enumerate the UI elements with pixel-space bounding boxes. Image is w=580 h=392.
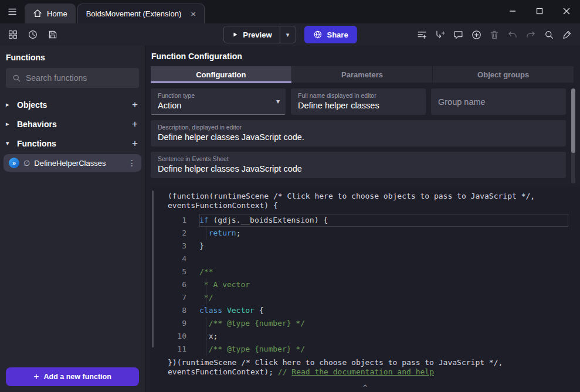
add-event-icon: [416, 29, 428, 40]
code-footer-line[interactable]: })(runtimeScene /* Click here to choose …: [168, 357, 572, 378]
redo-button[interactable]: [523, 26, 539, 43]
toolbar-right-group: [413, 26, 575, 43]
code-line[interactable]: 5/**: [150, 265, 572, 278]
add-event-button[interactable]: [413, 26, 430, 43]
group-name-field[interactable]: [431, 88, 566, 115]
function-item-label: DefineHelperClasses: [34, 159, 124, 168]
add-comment-button[interactable]: [450, 26, 466, 43]
form-scrollbar-track[interactable]: [571, 88, 575, 183]
add-function-plus-button[interactable]: +: [132, 138, 138, 148]
hamburger-menu-button[interactable]: [0, 0, 25, 23]
add-new-function-label: Add a new function: [44, 373, 111, 381]
tab-configuration[interactable]: Configuration: [151, 66, 291, 83]
tab-parameters[interactable]: Parameters: [292, 66, 433, 83]
panel-title: Function Configuration: [145, 46, 580, 66]
line-number: 7: [150, 291, 186, 304]
toolbar-left-group: [5, 26, 61, 43]
line-number: 4: [150, 253, 186, 265]
preview-button-label: Preview: [243, 30, 272, 39]
sidebar-item-behaviors[interactable]: ▸ Behaviors +: [0, 114, 145, 134]
window-close-button[interactable]: [553, 0, 580, 22]
project-manager-button[interactable]: [5, 26, 21, 43]
sidebar-spacer: [0, 173, 145, 362]
line-number: 10: [150, 330, 186, 343]
clock-icon: [28, 29, 38, 40]
chevron-right-icon[interactable]: ▸: [6, 101, 13, 108]
home-icon: [33, 9, 42, 18]
functions-sidebar: Functions ▸ Objects + ▸ Behaviors + ▾ Fu…: [0, 46, 145, 392]
search-functions-input[interactable]: [26, 73, 133, 83]
preview-button-main[interactable]: Preview: [223, 26, 279, 43]
share-button[interactable]: Share: [304, 26, 357, 43]
function-item-menu-icon[interactable]: ⋮: [128, 158, 136, 168]
description-field[interactable]: Description, displayed in editor Define …: [151, 120, 566, 146]
line-number: 11: [150, 343, 186, 356]
tab-close-icon[interactable]: ×: [191, 9, 196, 18]
tab-home[interactable]: Home: [25, 4, 76, 23]
code-line[interactable]: 2 return;: [150, 227, 572, 240]
code-line[interactable]: 3}: [150, 240, 572, 253]
documentation-link[interactable]: Read the documentation and help: [291, 367, 434, 376]
history-button[interactable]: [25, 26, 41, 43]
preview-button[interactable]: Preview ▾: [223, 26, 296, 43]
add-behavior-button[interactable]: +: [132, 119, 138, 129]
titlebar: Home BoidsMovement (Extension) ×: [0, 0, 580, 23]
plus-icon: +: [33, 371, 39, 382]
tree-label-behaviors: Behaviors: [17, 120, 128, 129]
layout-grid-icon: [8, 29, 18, 40]
full-name-label: Full name displayed in editor: [298, 92, 419, 99]
code-editor[interactable]: (function(runtimeScene /* Click here to …: [150, 187, 580, 392]
add-object-button[interactable]: +: [132, 100, 138, 110]
save-icon: [48, 29, 58, 40]
code-line[interactable]: 9 /** @type {number} */: [150, 317, 572, 330]
toolbar: Preview ▾ Share: [0, 23, 580, 46]
add-other-event-button[interactable]: [468, 26, 484, 43]
add-new-function-button[interactable]: + Add a new function: [6, 367, 139, 386]
code-header-line[interactable]: (function(runtimeScene /* Click here to …: [168, 190, 572, 212]
scroll-up-caret-icon[interactable]: ^: [363, 384, 367, 392]
window-maximize-button[interactable]: [526, 0, 553, 22]
sidebar-item-functions[interactable]: ▾ Functions +: [0, 134, 145, 153]
code-line[interactable]: 6 * A vector: [150, 278, 572, 291]
sidebar-item-objects[interactable]: ▸ Objects +: [0, 95, 145, 114]
function-type-select[interactable]: Function type Action ▾: [151, 88, 286, 115]
tab-boidsmovement[interactable]: BoidsMovement (Extension) ×: [77, 4, 205, 23]
tree-label-objects: Objects: [17, 100, 128, 110]
preview-dropdown-button[interactable]: ▾: [280, 26, 296, 43]
group-name-input[interactable]: [438, 97, 559, 107]
code-line[interactable]: 7 */: [150, 291, 572, 304]
code-line[interactable]: 4: [150, 253, 572, 265]
function-configuration-panel: Function Configuration Configuration Par…: [145, 46, 580, 392]
chevron-down-icon: ▾: [286, 31, 290, 39]
search-button[interactable]: [541, 26, 557, 43]
full-name-value: Define helper classes: [298, 101, 419, 110]
play-icon: [231, 31, 238, 38]
save-button[interactable]: [45, 26, 61, 43]
tab-object-groups[interactable]: Object groups: [433, 66, 574, 83]
sentence-field[interactable]: Sentence in Events Sheet Define helper c…: [151, 152, 566, 178]
line-number: 8: [150, 304, 186, 317]
search-functions-box[interactable]: [6, 68, 139, 88]
delete-button[interactable]: [486, 26, 503, 43]
code-line[interactable]: 1if (gdjs.__boidsExtension) {: [150, 214, 572, 227]
code-line[interactable]: 11 /** @type {number} */: [150, 343, 572, 356]
window-minimize-button[interactable]: [499, 0, 526, 22]
trash-icon: [489, 29, 500, 40]
add-subevent-button[interactable]: [432, 26, 448, 43]
share-button-label: Share: [327, 30, 348, 39]
chevron-down-icon[interactable]: ▾: [6, 139, 13, 147]
edit-scene-button[interactable]: [559, 26, 575, 43]
form-scrollbar-thumb[interactable]: [571, 88, 575, 153]
line-number: 2: [150, 227, 186, 240]
code-line[interactable]: 10 x;: [150, 330, 572, 343]
function-item-definehelperclasses[interactable]: » ∅ DefineHelperClasses ⋮: [4, 154, 141, 172]
javascript-function-icon: »: [9, 158, 19, 168]
line-number: 3: [150, 240, 186, 253]
code-line[interactable]: 8class Vector {: [150, 304, 572, 317]
chevron-right-icon[interactable]: ▸: [6, 120, 13, 128]
line-number: 5: [150, 265, 186, 278]
search-icon: [12, 73, 21, 83]
full-name-field[interactable]: Full name displayed in editor Define hel…: [291, 88, 426, 115]
function-type-value: Action: [158, 101, 279, 110]
undo-button[interactable]: [504, 26, 521, 43]
